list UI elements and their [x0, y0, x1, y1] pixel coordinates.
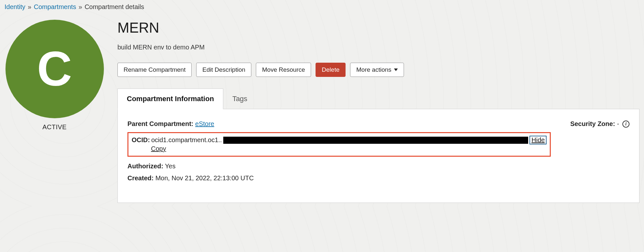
breadcrumb-separator: » [28, 3, 31, 10]
parent-compartment-link[interactable]: eStore [195, 120, 214, 127]
tab-compartment-info[interactable]: Compartment Information [117, 89, 223, 109]
more-actions-button[interactable]: More actions [350, 63, 404, 77]
resource-badge: C ACTIVE [5, 20, 105, 131]
security-zone-value: - [617, 120, 619, 128]
breadcrumb-compartments[interactable]: Compartments [34, 3, 76, 10]
ocid-copy-button[interactable]: Copy [151, 145, 166, 152]
ocid-redacted [223, 137, 528, 144]
security-zone-field: Security Zone: - i [570, 120, 629, 128]
tab-bar: Compartment Information Tags [117, 89, 639, 109]
move-resource-button[interactable]: Move Resource [256, 63, 311, 77]
action-toolbar: Rename Compartment Edit Description Move… [117, 63, 639, 77]
parent-compartment-label: Parent Compartment: [127, 120, 193, 127]
security-zone-label: Security Zone: [570, 120, 615, 128]
authorized-label: Authorized: [127, 163, 163, 170]
resource-description: build MERN env to demo APM [117, 44, 639, 51]
ocid-highlight: OCID: ocid1.compartment.oc1.. Hide Copy [127, 132, 551, 157]
breadcrumb-separator: » [78, 3, 82, 10]
created-field: Created: Mon, Nov 21, 2022, 22:13:00 UTC [127, 174, 551, 182]
more-actions-label: More actions [356, 66, 391, 73]
tab-tags[interactable]: Tags [223, 89, 256, 109]
breadcrumb-identity[interactable]: Identity [5, 3, 25, 10]
authorized-value: Yes [165, 163, 176, 170]
ocid-label: OCID: [132, 136, 150, 144]
authorized-field: Authorized: Yes [127, 163, 551, 170]
ocid-hide-button[interactable]: Hide [529, 136, 547, 144]
info-panel: Parent Compartment: eStore OCID: ocid1.c… [117, 109, 639, 203]
rename-button[interactable]: Rename Compartment [117, 63, 192, 77]
created-value: Mon, Nov 21, 2022, 22:13:00 UTC [156, 174, 254, 182]
chevron-down-icon [394, 68, 398, 71]
resource-letter: C [37, 41, 72, 97]
breadcrumb: Identity » Compartments » Compartment de… [5, 3, 639, 11]
edit-description-button[interactable]: Edit Description [196, 63, 251, 77]
status-badge: ACTIVE [42, 123, 66, 131]
breadcrumb-current: Compartment details [85, 3, 144, 10]
resource-circle: C [5, 20, 104, 118]
info-icon[interactable]: i [622, 121, 629, 128]
page-title: MERN [117, 20, 639, 36]
ocid-value-prefix: ocid1.compartment.oc1.. [151, 136, 222, 144]
parent-compartment-field: Parent Compartment: eStore [127, 120, 551, 128]
created-label: Created: [127, 174, 154, 182]
delete-button[interactable]: Delete [316, 63, 346, 77]
